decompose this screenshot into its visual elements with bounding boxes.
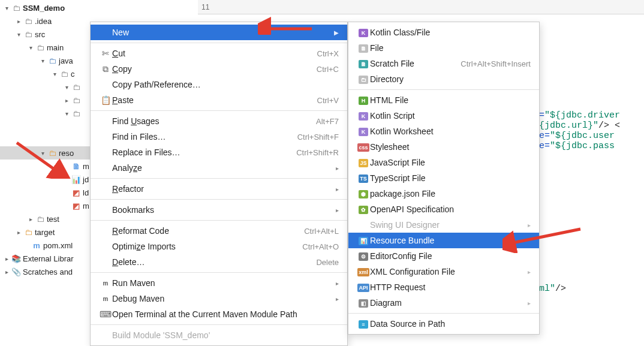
- chevron-right-icon: ▸: [2, 269, 11, 275]
- kotlin-icon: K: [357, 112, 370, 121]
- menu-item-new[interactable]: New ▶: [91, 25, 347, 40]
- menu-item-bookmarks[interactable]: Bookmarks ▸: [91, 202, 347, 218]
- menu-item-label: Cut: [112, 49, 312, 58]
- menu-item-label: Find Usages: [112, 116, 311, 126]
- menu-item-analyze[interactable]: Analyze ▸: [91, 160, 347, 176]
- menu-item-debug-maven[interactable]: m Debug Maven ▸: [91, 291, 347, 306]
- chevron-down-icon: ▾: [14, 31, 23, 38]
- chevron-right-icon: ▸: [26, 216, 35, 222]
- submenu-item-http[interactable]: API HTTP Request: [348, 279, 539, 295]
- tree-item-label: ld: [82, 188, 89, 197]
- chevron-right-icon: ▸: [2, 255, 11, 262]
- submenu-item-swing[interactable]: Swing UI Designer ▸: [348, 217, 539, 233]
- menu-item-find-usages[interactable]: Find Usages Alt+F7: [91, 113, 347, 129]
- submenu-item-xmlcfg[interactable]: xml XML Configuration File ▸: [348, 264, 539, 279]
- menu-item-reformat[interactable]: Reformat Code Ctrl+Alt+L: [91, 223, 347, 239]
- file-icon: 🗎: [357, 44, 370, 53]
- tree-item-label: SSM_demo: [22, 4, 65, 13]
- maven-icon: m: [99, 280, 112, 287]
- menu-separator: [348, 313, 539, 314]
- menu-shortcut: Ctrl+Shift+F: [293, 133, 339, 142]
- chevron-down-icon: ▾: [2, 5, 11, 11]
- menu-item-label: Find in Files…: [112, 132, 293, 142]
- menu-item-label: Analyze: [112, 163, 336, 173]
- tree-item-root[interactable]: ▾ 🗀 SSM_demo: [0, 1, 198, 14]
- menu-item-find-in-files[interactable]: Find in Files… Ctrl+Shift+F: [91, 129, 347, 145]
- submenu-item-resource-bundle[interactable]: 📊 Resource Bundle: [348, 233, 539, 248]
- menu-item-cut[interactable]: ✄ Cut Ctrl+X: [91, 46, 347, 61]
- openapi-icon: ✿: [357, 205, 370, 214]
- tree-item-label: m: [82, 162, 89, 171]
- context-menu: New ▶ ✄ Cut Ctrl+X ⧉ Copy Ctrl+C Copy Pa…: [90, 22, 348, 346]
- file-icon: 📊: [71, 175, 82, 184]
- menu-shortcut: Ctrl+Alt+L: [299, 227, 339, 236]
- submenu-item-ts[interactable]: TS TypeScript File: [348, 170, 539, 186]
- menu-item-label: New: [112, 28, 334, 37]
- tree-item-label: main: [46, 43, 64, 52]
- kotlin-icon: K: [357, 28, 370, 37]
- submenu-label: Diagram: [370, 298, 528, 308]
- menu-item-run-maven[interactable]: m Run Maven ▸: [91, 275, 347, 291]
- menu-item-delete[interactable]: Delete… Delete: [91, 254, 347, 270]
- submenu-label: Kotlin Class/File: [370, 28, 531, 37]
- chevron-down-icon: ▾: [62, 110, 71, 117]
- submenu-item-file[interactable]: 🗎 File: [348, 40, 539, 56]
- menu-shortcut: Ctrl+V: [312, 96, 339, 105]
- tree-item-label: Scratches and: [22, 267, 73, 276]
- config-icon: ⚙: [357, 252, 370, 261]
- menu-item-label: Refactor: [112, 184, 336, 194]
- menu-separator: [91, 199, 347, 200]
- submenu-item-js[interactable]: JS JavaScript File: [348, 155, 539, 170]
- kotlin-icon: K: [357, 127, 370, 136]
- submenu-item-editorconfig[interactable]: ⚙ EditorConfig File: [348, 248, 539, 264]
- chevron-right-icon: ▸: [14, 229, 23, 236]
- menu-item-paste[interactable]: 📋 Paste Ctrl+V: [91, 92, 347, 108]
- menu-item-copy[interactable]: ⧉ Copy Ctrl+C: [91, 61, 347, 77]
- chevron-right-icon: ▸: [336, 207, 339, 213]
- database-icon: ≡: [357, 320, 370, 329]
- folder-icon: 🗀: [47, 149, 58, 158]
- menu-item-replace-in-files[interactable]: Replace in Files… Ctrl+Shift+R: [91, 145, 347, 160]
- folder-icon: 🗀: [35, 43, 46, 52]
- submenu-label: File: [370, 43, 531, 53]
- menu-shortcut: Alt+F7: [311, 117, 339, 126]
- code-tag: /> <: [598, 121, 620, 131]
- submenu-item-datasource[interactable]: ≡ Data Source in Path: [348, 316, 539, 332]
- submenu-label: package.json File: [370, 189, 531, 198]
- submenu-item-kotlin-ws[interactable]: K Kotlin Worksheet: [348, 124, 539, 139]
- menu-item-build-module[interactable]: Build Module 'SSM_demo': [91, 327, 347, 343]
- scratches-icon: 📎: [11, 267, 22, 276]
- menu-shortcut: Ctrl+C: [312, 65, 339, 74]
- submenu-item-scratch[interactable]: 🗎 Scratch File Ctrl+Alt+Shift+Insert: [348, 56, 539, 71]
- submenu-item-html[interactable]: H HTML File: [348, 92, 539, 108]
- chevron-right-icon: ▸: [528, 269, 531, 275]
- menu-item-label: Copy Path/Reference…: [112, 80, 339, 89]
- folder-icon: 🗀: [71, 83, 82, 92]
- menu-item-copy-path[interactable]: Copy Path/Reference…: [91, 77, 347, 92]
- scratch-icon: 🗎: [357, 59, 370, 68]
- menu-shortcut: Ctrl+Alt+O: [297, 242, 339, 251]
- menu-separator: [91, 272, 347, 273]
- chevron-down-icon: ▾: [26, 44, 35, 51]
- menu-separator: [91, 178, 347, 179]
- menu-item-refactor[interactable]: Refactor ▸: [91, 181, 347, 197]
- tree-item-label: java: [58, 56, 73, 65]
- submenu-item-kotlin-script[interactable]: K Kotlin Script: [348, 108, 539, 124]
- menu-item-open-terminal[interactable]: ⌨ Open Terminal at the Current Maven Mod…: [91, 306, 347, 322]
- submenu-label: Kotlin Worksheet: [370, 127, 531, 136]
- menu-item-optimize[interactable]: Optimize Imports Ctrl+Alt+O: [91, 239, 347, 254]
- submenu-item-diagram[interactable]: ◧ Diagram ▸: [348, 295, 539, 311]
- chevron-right-icon: ▸: [14, 18, 23, 25]
- tab-number: 11: [201, 3, 209, 11]
- menu-item-label: Debug Maven: [112, 294, 336, 303]
- submenu-item-directory[interactable]: 🗀 Directory: [348, 71, 539, 87]
- submenu-item-pkgjson[interactable]: ⬢ package.json File: [348, 186, 539, 201]
- submenu-item-openapi[interactable]: ✿ OpenAPI Specification: [348, 201, 539, 217]
- resource-bundle-icon: 📊: [357, 236, 370, 245]
- menu-shortcut: Ctrl+Shift+R: [291, 148, 339, 157]
- editor-tab-bar[interactable]: 11: [198, 0, 644, 14]
- folder-icon: 🗀: [23, 228, 34, 237]
- menu-item-label: Run Maven: [112, 278, 336, 288]
- submenu-item-stylesheet[interactable]: css Stylesheet: [348, 139, 539, 155]
- submenu-item-kotlin-class[interactable]: K Kotlin Class/File: [348, 25, 539, 40]
